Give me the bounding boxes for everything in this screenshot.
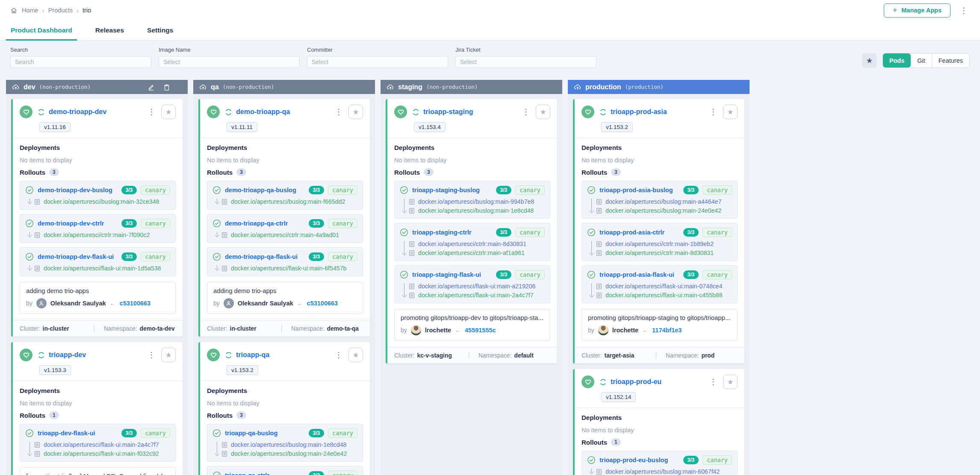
edit-environment-button[interactable] [148,84,154,91]
rollout-name-link[interactable]: demo-trioapp-dev-ctrlr [38,220,118,227]
rollout-name-link[interactable]: trioapp-qa-ctrlr [225,472,305,475]
manage-apps-button[interactable]: + Manage Apps [884,3,950,18]
rollout-images: docker.io/aperturesci/buslog:main-32ce34… [34,198,170,205]
rollout-name-link[interactable]: trioapp-staging-flask-ui [412,271,492,278]
rollout-name-link[interactable]: trioapp-qa-buslog [225,430,305,437]
rollout-flow: docker.io/aperturesci/flask-ui:main-a219… [400,283,545,299]
image-name-link[interactable]: docker.io/aperturesci/buslog:main-1e8cd4… [418,207,534,214]
card-star-button[interactable]: ★ [161,105,176,119]
commit-hash-link[interactable]: 45591555c [465,327,496,334]
image-name-link[interactable]: docker.io/aperturesci/flask-ui:main-c455… [605,292,723,299]
image-name-link[interactable]: docker.io/aperturesci/ctrlr:main-7f090c2 [44,232,150,238]
card-header: trioapp-prod-eu ⋮ ★ v1.152.14 [575,369,744,408]
card-star-button[interactable]: ★ [348,348,363,362]
tab-settings[interactable]: Settings [142,21,178,40]
namespace-label: Namespace: [666,352,699,359]
image-name-link[interactable]: docker.io/aperturesci/ctrlr:main-8d30831 [605,249,714,256]
card-kebab-menu[interactable]: ⋮ [332,107,345,117]
breadcrumb-home[interactable]: Home [22,7,38,14]
card-kebab-menu[interactable]: ⋮ [520,107,532,117]
card-kebab-menu[interactable]: ⋮ [332,350,345,360]
card-star-button[interactable]: ★ [161,348,176,362]
image-name-link[interactable]: docker.io/aperturesci/buslog:main-6067f4… [605,468,720,475]
topbar-actions: + Manage Apps ⋮ [884,3,971,18]
rollout-name-link[interactable]: trioapp-staging-buslog [412,187,492,194]
app-name-link[interactable]: demo-trioapp-qa [236,108,290,116]
rollout-replicas-badge: 3/3 [309,219,325,228]
rollout-name-link[interactable]: demo-trioapp-qa-buslog [225,187,305,194]
tab-releases[interactable]: Releases [91,21,129,40]
committer-select[interactable] [307,56,448,68]
card-header: trioapp-dev ⋮ ★ v1.153.3 [13,342,183,381]
image-doc-icon [596,283,602,290]
page-kebab-menu[interactable]: ⋮ [957,6,971,15]
image-name-link[interactable]: docker.io/aperturesci/buslog:main-a4464e… [605,198,721,205]
app-name-link[interactable]: trioapp-dev [49,351,86,359]
image-name-link[interactable]: docker.io/aperturesci/flask-ui:main-a219… [418,283,535,290]
image-name-link[interactable]: docker.io/aperturesci/flask-ui:main-0748… [605,283,723,290]
check-circle-icon [400,186,408,194]
image-name-link[interactable]: docker.io/aperturesci/buslog:main-24e0e4… [605,207,721,214]
commit-hash-link[interactable]: c53100663 [120,300,151,307]
image-name-link[interactable]: docker.io/aperturesci/ctrlr:main-af1a961 [418,249,525,256]
rollout-name-link[interactable]: trioapp-prod-asia-buslog [599,187,679,194]
view-mode-git[interactable]: Git [911,53,932,67]
image-name-link[interactable]: docker.io/aperturesci/flask-ui:main-2a4c… [418,292,534,299]
rollout-replicas-badge: 3/3 [121,252,137,261]
image-name-link[interactable]: docker.io/aperturesci/ctrlr:main-8d30831 [418,240,526,247]
image-doc-icon [34,265,40,272]
image-name-link[interactable]: docker.io/aperturesci/buslog:main-f665dd… [231,198,345,205]
image-name-link[interactable]: docker.io/aperturesci/flask-ui:main-f032… [44,450,159,457]
app-name-link[interactable]: trioapp-qa [236,351,269,359]
image-name-link[interactable]: docker.io/aperturesci/flask-ui:main-6f54… [231,265,347,272]
rollout-name-link[interactable]: demo-trioapp-dev-buslog [38,187,118,194]
app-name-link[interactable]: trioapp-prod-asia [611,108,667,116]
image-name-link[interactable]: docker.io/aperturesci/flask-ui:main-1d5a… [44,265,161,272]
image-name-select[interactable] [159,56,300,68]
commit-hash-link[interactable]: 1174bf1e3 [652,327,682,334]
application-card: trioapp-staging ⋮ ★ v1.153.4 Deployments… [386,99,557,364]
view-mode-pods[interactable]: Pods [883,53,911,67]
rollout-name-link[interactable]: demo-trioapp-qa-flask-ui [225,253,305,260]
image-name-link[interactable]: docker.io/aperturesci/flask-ui:main-2a4c… [44,441,159,448]
rollout-name-link[interactable]: demo-trioapp-qa-ctrlr [225,220,305,227]
rollout-name-link[interactable]: demo-trioapp-dev-flask-ui [38,253,118,260]
image-name-link[interactable]: docker.io/aperturesci/buslog:main-994b7e… [418,198,534,205]
rollout-name-link[interactable]: trioapp-prod-eu-buslog [599,457,679,463]
rollout-flow: docker.io/aperturesci/buslog:main-994b7e… [400,198,545,214]
image-name-link[interactable]: docker.io/aperturesci/ctrlr:main-4a9ad01 [231,232,339,238]
image-name-link[interactable]: docker.io/aperturesci/ctrlr:main-1b89eb2 [605,240,714,247]
app-name-link[interactable]: demo-trioapp-dev [49,108,106,116]
check-circle-icon [213,219,221,228]
card-kebab-menu[interactable]: ⋮ [145,107,158,117]
breadcrumb-products[interactable]: Products [48,7,73,14]
environment-name: dev [24,83,35,91]
image-name-link[interactable]: docker.io/aperturesci/buslog:main-1e8cd4… [231,441,347,448]
card-kebab-menu[interactable]: ⋮ [145,350,158,360]
tab-product-dashboard[interactable]: Product Dashboard [6,21,77,40]
app-name-link[interactable]: trioapp-staging [423,108,473,116]
card-star-button[interactable]: ★ [536,105,550,119]
commit-hash-link[interactable]: c53100663 [307,300,338,307]
card-star-button[interactable]: ★ [348,105,363,119]
view-mode-features[interactable]: Features [932,53,969,67]
namespace-label: Namespace: [104,325,137,332]
jira-ticket-select[interactable] [455,56,596,68]
rollout-name-link[interactable]: trioapp-staging-ctrlr [412,229,492,236]
app-name-link[interactable]: trioapp-prod-eu [611,378,661,386]
card-star-button[interactable]: ★ [723,375,738,389]
delete-environment-button[interactable] [164,84,170,91]
search-input[interactable] [10,56,151,68]
filter-committer: Committer [307,47,448,68]
image-name-link[interactable]: docker.io/aperturesci/buslog:main-24e0e4… [231,450,347,457]
card-star-button[interactable]: ★ [723,105,738,119]
image-name-link[interactable]: docker.io/aperturesci/buslog:main-32ce34… [44,198,159,205]
card-kebab-menu[interactable]: ⋮ [707,107,720,117]
favorites-star-button[interactable]: ★ [862,53,877,68]
check-circle-icon [25,219,34,228]
rollout-name-link[interactable]: trioapp-dev-flask-ui [38,430,118,437]
rollout-name-link[interactable]: trioapp-prod-asia-ctrlr [599,229,679,236]
sync-status-icon [38,352,45,359]
card-kebab-menu[interactable]: ⋮ [707,377,720,387]
rollout-name-link[interactable]: trioapp-prod-asia-flask-ui [599,271,679,278]
